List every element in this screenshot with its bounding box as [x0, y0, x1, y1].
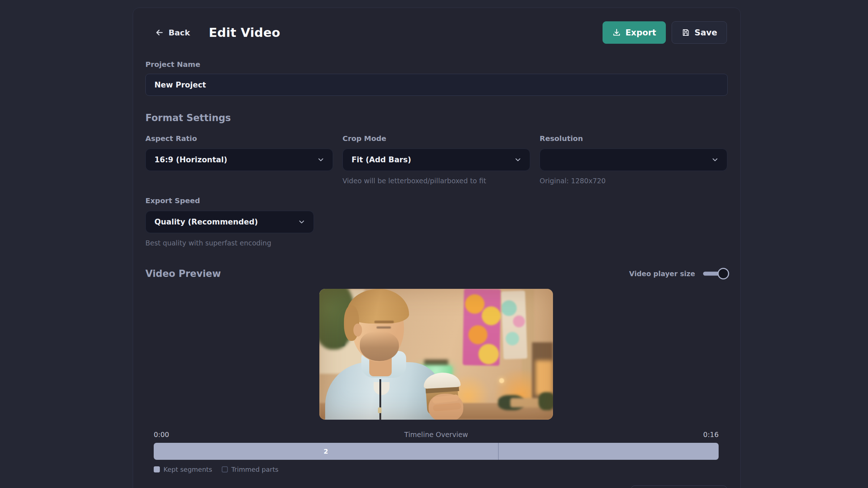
player-size-slider[interactable] [703, 268, 727, 279]
export-label: Export [625, 28, 656, 37]
edit-video-panel: Back Edit Video Export Save Project Name… [133, 8, 741, 488]
aspect-ratio-field: Aspect Ratio 16:9 (Horizontal) [145, 134, 333, 185]
crop-mode-field: Crop Mode Fit (Add Bars) Video will be l… [342, 134, 530, 185]
timeline-labels: 0:00 Timeline Overview 0:16 [154, 431, 719, 438]
video-preview-wrap [145, 289, 727, 420]
save-label: Save [694, 28, 717, 37]
timeline-end-time: 0:16 [703, 431, 719, 438]
format-settings-columns: Aspect Ratio 16:9 (Horizontal) Crop Mode… [145, 134, 727, 185]
export-button[interactable]: Export [603, 21, 666, 44]
play-preview-button[interactable]: Play Preview [631, 485, 727, 488]
floppy-disk-icon [681, 28, 690, 37]
aspect-ratio-value: 16:9 (Horizontal) [154, 155, 227, 164]
arrow-left-icon [155, 28, 164, 37]
timeline-title: Timeline Overview [169, 431, 703, 438]
video-preview-image[interactable] [319, 289, 553, 420]
export-speed-value: Quality (Recommended) [154, 218, 258, 226]
export-speed-label: Export Speed [145, 196, 333, 205]
crop-mode-hint: Video will be letterboxed/pillarboxed to… [342, 177, 530, 185]
timeline-segment[interactable]: 2 [154, 443, 499, 460]
download-icon [612, 28, 621, 37]
project-name-label: Project Name [145, 60, 727, 69]
legend-kept-segments: Kept segments [154, 466, 212, 473]
trimmed-parts-label: Trimmed parts [231, 466, 278, 473]
trimmed-parts-swatch [222, 466, 228, 472]
aspect-ratio-label: Aspect Ratio [145, 134, 333, 143]
legend-trimmed-parts: Trimmed parts [222, 466, 278, 473]
export-speed-field: Export Speed Quality (Recommended) Best … [145, 196, 333, 247]
kept-segments-swatch [154, 466, 160, 472]
video-preview-title: Video Preview [145, 268, 221, 279]
resolution-field: Resolution Original: 1280x720 [540, 134, 727, 185]
chevron-down-icon [298, 218, 306, 226]
export-speed-select[interactable]: Quality (Recommended) [145, 211, 314, 233]
timeline-start-time: 0:00 [154, 431, 169, 438]
chevron-down-icon [317, 156, 325, 164]
timeline-segment-label: 2 [324, 448, 328, 455]
chevron-down-icon [711, 156, 719, 164]
player-size-label: Video player size [629, 270, 695, 278]
resolution-select[interactable] [540, 149, 727, 171]
slider-knob[interactable] [718, 268, 729, 279]
kept-segments-label: Kept segments [163, 466, 212, 473]
scene-vignette [319, 289, 553, 420]
footer: Play Preview [145, 485, 727, 488]
resolution-hint: Original: 1280x720 [540, 177, 727, 185]
back-button[interactable]: Back [155, 28, 190, 37]
aspect-ratio-select[interactable]: 16:9 (Horizontal) [145, 149, 333, 171]
chevron-down-icon [514, 156, 522, 164]
video-preview-header: Video Preview Video player size [145, 268, 727, 279]
crop-mode-value: Fit (Add Bars) [352, 155, 411, 164]
timeline-segment[interactable] [499, 443, 719, 460]
timeline-legend: Kept segments Trimmed parts [154, 466, 719, 473]
format-settings-title: Format Settings [145, 112, 727, 123]
project-name-input[interactable] [145, 74, 728, 96]
timeline-section: 0:00 Timeline Overview 0:16 2 Kept segme… [145, 431, 727, 473]
save-button[interactable]: Save [672, 21, 727, 44]
timeline-bar[interactable]: 2 [154, 443, 719, 460]
crop-mode-label: Crop Mode [342, 134, 530, 143]
back-label: Back [169, 28, 190, 37]
page-title: Edit Video [209, 25, 280, 40]
crop-mode-select[interactable]: Fit (Add Bars) [342, 149, 530, 171]
header: Back Edit Video Export Save [145, 21, 727, 44]
export-speed-hint: Best quality with superfast encoding [145, 239, 333, 247]
resolution-label: Resolution [540, 134, 727, 143]
